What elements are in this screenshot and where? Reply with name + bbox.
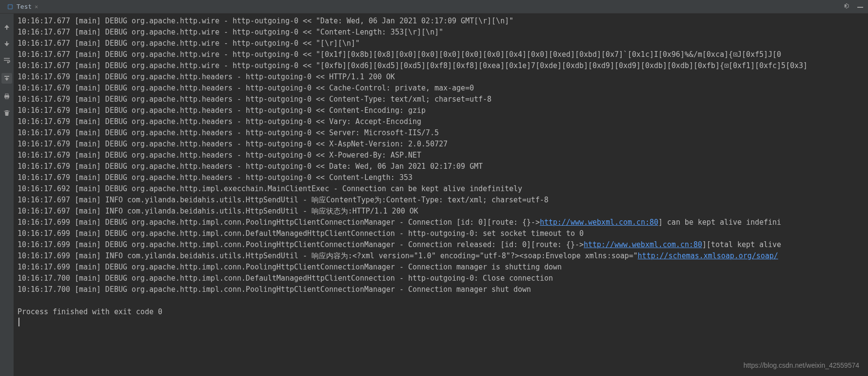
scroll-to-end-icon[interactable] (1, 73, 12, 84)
log-line: 10:16:17.700 [main] DEBUG org.apache.htt… (17, 273, 864, 284)
log-line: 10:16:17.677 [main] DEBUG org.apache.htt… (17, 49, 864, 60)
titlebar-left: Test × (4, 3, 41, 10)
log-url-link[interactable]: http://www.webxml.com.cn:80 (540, 218, 659, 227)
exit-message: Process finished with exit code 0 (17, 306, 864, 318)
cursor (18, 318, 864, 326)
titlebar-right (842, 2, 864, 11)
svg-rect-2 (857, 7, 863, 8)
run-tool-gutter (0, 14, 14, 376)
arrow-up-icon[interactable] (3, 23, 11, 31)
run-config-icon (7, 3, 14, 10)
svg-rect-4 (5, 94, 8, 95)
print-icon[interactable] (3, 92, 11, 100)
arrow-down-icon[interactable] (3, 40, 11, 48)
svg-rect-5 (5, 97, 8, 99)
log-line: 10:16:17.699 [main] DEBUG org.apache.htt… (17, 262, 864, 273)
tab-title: Test (17, 3, 32, 10)
log-text: 10:16:17.699 [main] DEBUG org.apache.htt… (17, 240, 584, 249)
log-line: 10:16:17.677 [main] DEBUG org.apache.htt… (17, 27, 864, 38)
log-text: ] can be kept alive indefini (659, 218, 781, 227)
soft-wrap-icon[interactable] (3, 56, 11, 64)
log-text: ][total kept alive (702, 240, 781, 249)
log-line: 10:16:17.679 [main] DEBUG org.apache.htt… (17, 139, 864, 150)
content-area: 10:16:17.677 [main] DEBUG org.apache.htt… (0, 14, 868, 376)
log-line: 10:16:17.679 [main] DEBUG org.apache.htt… (17, 72, 864, 83)
log-line: 10:16:17.697 [main] INFO com.yilanda.bei… (17, 195, 864, 206)
gear-icon[interactable] (842, 2, 850, 11)
log-line: 10:16:17.679 [main] DEBUG org.apache.htt… (17, 172, 864, 183)
log-line: 10:16:17.692 [main] DEBUG org.apache.htt… (17, 183, 864, 195)
log-line: 10:16:17.679 [main] DEBUG org.apache.htt… (17, 105, 864, 116)
log-line: 10:16:17.700 [main] DEBUG org.apache.htt… (17, 284, 864, 295)
log-url-link[interactable]: http://schemas.xmlsoap.org/soap/ (638, 251, 778, 260)
blank-line (17, 295, 864, 306)
log-text: 10:16:17.699 [main] DEBUG org.apache.htt… (17, 218, 540, 227)
log-line: 10:16:17.679 [main] DEBUG org.apache.htt… (17, 150, 864, 161)
console-titlebar: Test × (0, 0, 868, 14)
log-text: 10:16:17.699 [main] INFO com.yilanda.bei… (17, 251, 638, 260)
trash-icon[interactable] (3, 109, 11, 117)
log-line: 10:16:17.699 [main] DEBUG org.apache.htt… (17, 228, 864, 239)
log-line: 10:16:17.679 [main] DEBUG org.apache.htt… (17, 94, 864, 105)
minimize-icon[interactable] (856, 2, 864, 11)
log-line: 10:16:17.679 [main] DEBUG org.apache.htt… (17, 127, 864, 139)
log-line: 10:16:17.697 [main] INFO com.yilanda.bei… (17, 206, 864, 217)
log-line: 10:16:17.699 [main] DEBUG org.apache.htt… (17, 217, 864, 228)
log-line: 10:16:17.679 [main] DEBUG org.apache.htt… (17, 161, 864, 172)
svg-rect-1 (9, 5, 12, 8)
log-line: 10:16:17.699 [main] DEBUG org.apache.htt… (17, 239, 864, 251)
watermark: https://blog.csdn.net/weixin_42559574 (744, 361, 859, 369)
run-tab[interactable]: Test × (4, 3, 41, 10)
log-line: 10:16:17.677 [main] DEBUG org.apache.htt… (17, 16, 864, 27)
log-url-link[interactable]: http://www.webxml.com.cn:80 (584, 240, 702, 249)
log-line: 10:16:17.677 [main] DEBUG org.apache.htt… (17, 38, 864, 49)
close-tab-icon[interactable]: × (35, 3, 38, 10)
log-line: 10:16:17.677 [main] DEBUG org.apache.htt… (17, 60, 864, 72)
log-line: 10:16:17.699 [main] INFO com.yilanda.bei… (17, 251, 864, 262)
log-line: 10:16:17.679 [main] DEBUG org.apache.htt… (17, 83, 864, 94)
console-output[interactable]: 10:16:17.677 [main] DEBUG org.apache.htt… (14, 14, 868, 376)
log-line: 10:16:17.679 [main] DEBUG org.apache.htt… (17, 116, 864, 127)
